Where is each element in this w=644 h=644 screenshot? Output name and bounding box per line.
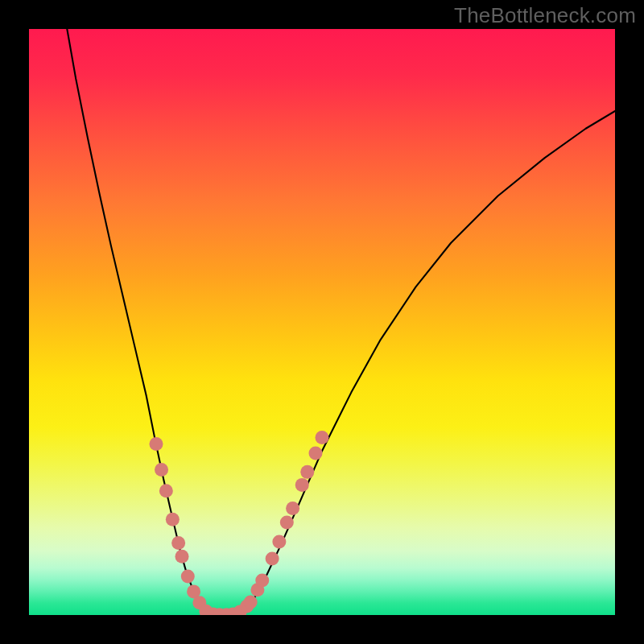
data-marker — [149, 437, 163, 451]
data-marker — [159, 484, 173, 497]
plot-area — [29, 29, 615, 615]
data-marker — [175, 550, 189, 564]
data-marker — [316, 431, 329, 444]
data-marker — [295, 478, 309, 492]
data-marker — [280, 515, 294, 529]
data-marker — [266, 552, 279, 566]
data-marker — [272, 535, 286, 549]
data-marker — [171, 536, 185, 550]
watermark-text: TheBottleneck.com — [454, 3, 636, 28]
chart-frame: TheBottleneck.com — [0, 0, 644, 644]
data-marker — [286, 502, 299, 515]
bottleneck-curve — [67, 29, 615, 615]
marker-layer — [149, 431, 328, 615]
data-marker — [255, 574, 269, 588]
data-marker — [181, 569, 195, 583]
chart-overlay — [29, 29, 615, 615]
data-marker — [308, 447, 322, 460]
data-marker — [300, 465, 314, 479]
data-marker — [244, 595, 258, 609]
data-marker — [155, 463, 168, 477]
data-marker — [166, 513, 180, 526]
